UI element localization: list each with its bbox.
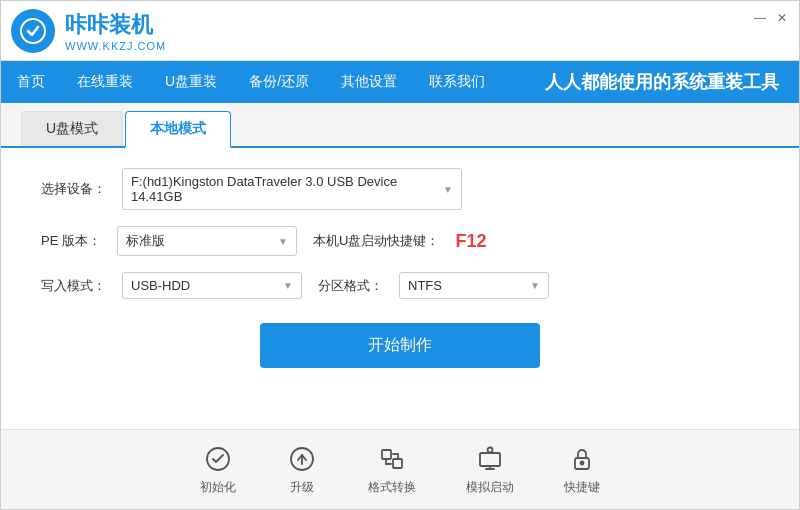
person-screen-icon [474, 443, 506, 475]
pe-row: PE 版本： 标准版 ▼ 本机U盘启动快捷键： F12 [41, 226, 759, 256]
nav-home[interactable]: 首页 [1, 61, 61, 103]
pe-select[interactable]: 标准版 ▼ [117, 226, 297, 256]
minimize-button[interactable]: — [753, 11, 767, 25]
write-label: 写入模式： [41, 277, 106, 295]
hotkey-label: 本机U盘启动快捷键： [313, 232, 439, 250]
tool-simulate-boot-label: 模拟启动 [466, 479, 514, 496]
main-content: 选择设备： F:(hd1)Kingston DataTraveler 3.0 U… [1, 148, 799, 429]
convert-icon [376, 443, 408, 475]
tool-upgrade-label: 升级 [290, 479, 314, 496]
write-row: 写入模式： USB-HDD ▼ 分区格式： NTFS ▼ [41, 272, 759, 299]
partition-label: 分区格式： [318, 277, 383, 295]
title-bar: 咔咔装机 WWW.KKZJ.COM — ✕ [1, 1, 799, 61]
svg-rect-5 [393, 459, 402, 468]
nav-bar: 首页 在线重装 U盘重装 备份/还原 其他设置 联系我们 人人都能使用的系统重装… [1, 61, 799, 103]
tool-hotkey[interactable]: 快捷键 [564, 443, 600, 496]
window-controls: — ✕ [753, 11, 789, 25]
device-row: 选择设备： F:(hd1)Kingston DataTraveler 3.0 U… [41, 168, 759, 210]
nav-backup-restore[interactable]: 备份/还原 [233, 61, 325, 103]
partition-select[interactable]: NTFS ▼ [399, 272, 549, 299]
partition-select-value: NTFS [408, 278, 442, 293]
close-button[interactable]: ✕ [775, 11, 789, 25]
tool-simulate-boot[interactable]: 模拟启动 [466, 443, 514, 496]
tool-upgrade[interactable]: 升级 [286, 443, 318, 496]
nav-other-settings[interactable]: 其他设置 [325, 61, 413, 103]
app-subtitle: WWW.KKZJ.COM [65, 40, 166, 52]
nav-usb-install[interactable]: U盘重装 [149, 61, 233, 103]
write-select[interactable]: USB-HDD ▼ [122, 272, 302, 299]
upload-circle-icon [286, 443, 318, 475]
app-window: 咔咔装机 WWW.KKZJ.COM — ✕ 首页 在线重装 U盘重装 备份/还原… [0, 0, 800, 510]
pe-select-value: 标准版 [126, 232, 165, 250]
pe-label: PE 版本： [41, 232, 101, 250]
bottom-toolbar: 初始化 升级 格式转换 [1, 429, 799, 509]
nav-online-install[interactable]: 在线重装 [61, 61, 149, 103]
nav-contact[interactable]: 联系我们 [413, 61, 501, 103]
svg-point-11 [581, 462, 584, 465]
app-title: 咔咔装机 [65, 10, 166, 40]
hotkey-value: F12 [455, 231, 486, 252]
svg-rect-6 [480, 453, 500, 466]
svg-rect-4 [382, 450, 391, 459]
svg-point-0 [21, 19, 45, 43]
write-select-arrow: ▼ [283, 280, 293, 291]
device-label: 选择设备： [41, 180, 106, 198]
write-select-value: USB-HDD [131, 278, 190, 293]
tool-initialize[interactable]: 初始化 [200, 443, 236, 496]
device-select-value: F:(hd1)Kingston DataTraveler 3.0 USB Dev… [131, 174, 435, 204]
device-select[interactable]: F:(hd1)Kingston DataTraveler 3.0 USB Dev… [122, 168, 462, 210]
tool-initialize-label: 初始化 [200, 479, 236, 496]
partition-select-arrow: ▼ [530, 280, 540, 291]
logo-text: 咔咔装机 WWW.KKZJ.COM [65, 10, 166, 52]
tool-format-convert[interactable]: 格式转换 [368, 443, 416, 496]
tab-local-mode[interactable]: 本地模式 [125, 111, 231, 148]
tool-format-convert-label: 格式转换 [368, 479, 416, 496]
logo-area: 咔咔装机 WWW.KKZJ.COM [11, 9, 166, 53]
device-select-arrow: ▼ [443, 184, 453, 195]
check-circle-icon [202, 443, 234, 475]
app-logo-icon [11, 9, 55, 53]
tab-bar: U盘模式 本地模式 [1, 103, 799, 148]
nav-slogan: 人人都能使用的系统重装工具 [545, 70, 799, 94]
make-button[interactable]: 开始制作 [260, 323, 540, 368]
svg-point-9 [488, 448, 493, 453]
tool-hotkey-label: 快捷键 [564, 479, 600, 496]
tab-usb-mode[interactable]: U盘模式 [21, 111, 123, 146]
pe-select-arrow: ▼ [278, 236, 288, 247]
lock-icon [566, 443, 598, 475]
